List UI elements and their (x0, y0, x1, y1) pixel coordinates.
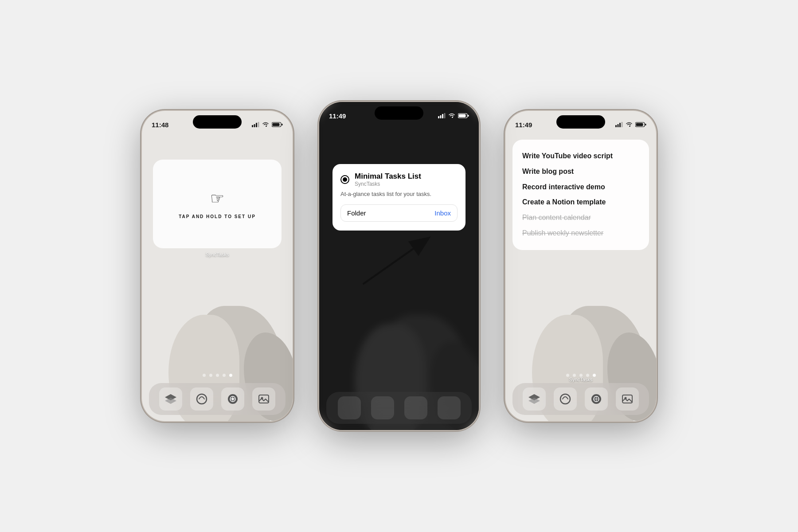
dot-5-active (229, 374, 232, 377)
task-item: Plan content calendar (522, 210, 639, 226)
svg-rect-5 (282, 124, 283, 125)
status-icons-3 (615, 122, 646, 127)
wifi-icon (262, 122, 269, 127)
dot-3 (216, 374, 219, 377)
task-item: Record interactive demo (522, 180, 639, 195)
blurred-icon-4 (438, 396, 461, 419)
signal-icon (252, 122, 259, 127)
popup-header: Minimal Tasks List SyncTasks (340, 172, 458, 187)
arc-icon (195, 392, 208, 406)
task-item: Write blog post (522, 164, 639, 180)
dynamic-island-1 (193, 115, 242, 129)
svg-rect-22 (459, 114, 466, 117)
signal-icon-2 (438, 113, 446, 118)
dot3-5-active (593, 374, 596, 377)
photo-icon-3 (621, 392, 634, 406)
dynamic-island-3 (556, 115, 605, 129)
dock-3 (512, 383, 649, 415)
status-icons-1 (252, 122, 283, 127)
arrow-icon (355, 231, 443, 288)
openai-icon (226, 392, 239, 406)
dock3-icon-photo[interactable] (616, 387, 639, 411)
svg-rect-3 (258, 122, 259, 127)
dot3-3 (579, 374, 583, 377)
layers-icon-3 (528, 392, 541, 406)
blurred-dock-2 (326, 392, 472, 424)
popup-radio (340, 175, 349, 184)
dock3-icon-arc[interactable] (554, 387, 577, 411)
svg-marker-33 (528, 398, 540, 404)
popup-inbox-label[interactable]: Inbox (434, 209, 451, 217)
popup-row[interactable]: Folder Inbox (340, 204, 458, 222)
dot-1 (203, 374, 206, 377)
time-3: 11:49 (515, 121, 532, 129)
dock-icon-layers[interactable] (159, 387, 182, 411)
widget-popup: Minimal Tasks List SyncTasks At-a-glance… (332, 164, 466, 231)
svg-rect-26 (618, 124, 619, 127)
arrow-container (355, 231, 443, 288)
task-item: Publish weekly newsletter (522, 226, 639, 241)
svg-rect-14 (259, 395, 269, 403)
dock3-icon-openai[interactable] (585, 387, 608, 411)
svg-rect-21 (468, 115, 469, 117)
popup-title: Minimal Tasks List (355, 172, 421, 181)
svg-rect-6 (273, 123, 280, 126)
svg-rect-2 (256, 123, 257, 127)
svg-rect-27 (619, 123, 621, 127)
popup-folder-label: Folder (347, 209, 366, 217)
signal-icon-3 (615, 122, 623, 127)
blurred-icon-1 (338, 396, 361, 419)
dot-4 (223, 374, 226, 377)
svg-rect-0 (252, 125, 253, 127)
popup-title-group: Minimal Tasks List SyncTasks (355, 172, 421, 187)
app-label-3: SyncTasks (505, 377, 656, 382)
svg-rect-28 (622, 122, 623, 127)
photo-icon (257, 392, 270, 406)
svg-rect-39 (622, 395, 632, 403)
task-item: Create a Notion template (522, 195, 639, 210)
tasks-widget: Write YouTube video scriptWrite blog pos… (512, 140, 649, 250)
dot-2 (209, 374, 212, 377)
dock-icon-openai[interactable] (221, 387, 244, 411)
status-icons-2 (438, 113, 469, 118)
svg-rect-25 (615, 125, 617, 127)
dot3-1 (566, 374, 569, 377)
page-dots-1 (142, 374, 293, 377)
wifi-icon-2 (448, 113, 455, 118)
svg-marker-8 (165, 398, 176, 404)
arc-icon-3 (559, 392, 572, 406)
popup-desc: At-a-glance tasks list for your tasks. (340, 191, 458, 197)
tap-label: TAP AND HOLD TO SET UP (179, 214, 256, 219)
dynamic-island-2 (375, 106, 423, 120)
blurred-icon-3 (404, 396, 427, 419)
phone-1: 11:48 ☞ TAP AND HOLD TO SET UP (142, 111, 293, 421)
svg-rect-16 (438, 116, 439, 118)
page-dots-3 (505, 374, 656, 377)
time-1: 11:48 (152, 121, 168, 129)
phone-2: 11:49 (319, 102, 479, 430)
popup-radio-inner (343, 177, 347, 182)
phone-3: 11:49 Write YouTube video scriptWrite bl… (505, 111, 656, 421)
svg-point-9 (197, 394, 207, 404)
tap-hold-icon: ☞ (210, 189, 224, 208)
svg-rect-30 (645, 124, 646, 125)
svg-rect-19 (444, 113, 446, 118)
dock3-icon-layers[interactable] (523, 387, 546, 411)
dock-icon-arc[interactable] (190, 387, 213, 411)
svg-rect-1 (254, 124, 255, 127)
wifi-icon-3 (626, 122, 633, 127)
dock-icon-photo[interactable] (252, 387, 275, 411)
task-item: Write YouTube video script (522, 149, 639, 164)
battery-icon-3 (635, 122, 646, 127)
blurred-icon-2 (371, 396, 394, 419)
openai-icon-3 (590, 392, 603, 406)
battery-icon-2 (458, 113, 469, 118)
svg-rect-17 (440, 115, 442, 118)
time-2: 11:49 (329, 112, 346, 120)
svg-rect-18 (442, 114, 443, 118)
svg-point-34 (560, 394, 570, 404)
layers-icon (164, 392, 177, 406)
battery-icon (272, 122, 283, 127)
dot3-2 (573, 374, 576, 377)
popup-subtitle: SyncTasks (355, 181, 421, 187)
